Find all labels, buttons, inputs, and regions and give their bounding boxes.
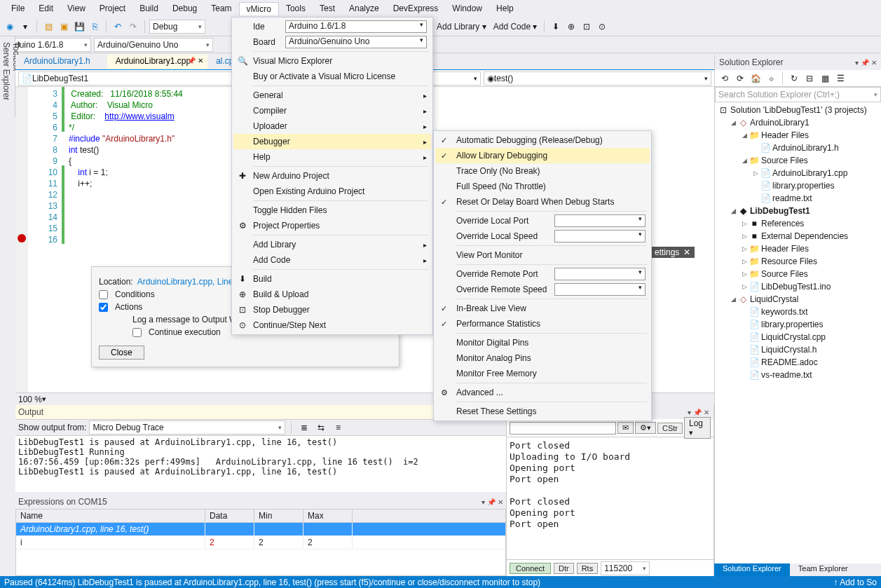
override-select[interactable] (554, 230, 646, 242)
menu-debug[interactable]: Debug (165, 2, 204, 15)
tree-row[interactable]: ▷📄LibDebugTest1.ino (715, 280, 881, 293)
wrap-icon[interactable]: ≡ (331, 421, 345, 435)
menu-team[interactable]: Team (204, 2, 238, 15)
tree-row[interactable]: 📄library.properties (715, 179, 881, 192)
status-add[interactable]: ↑ Add to So (834, 577, 877, 587)
cstr-button[interactable]: CStr (657, 423, 683, 434)
sol-sync-icon[interactable]: ⟐ (764, 71, 778, 86)
close-icon[interactable]: ✕ (683, 247, 690, 257)
save-icon[interactable]: 💾 (72, 20, 86, 34)
submenu-item[interactable]: View Port Monitor (435, 247, 650, 263)
tree-row[interactable]: 📄LiquidCrystal.h (715, 343, 881, 356)
doc-tab[interactable]: ArduinoLibrary1.cpp📌 ✕ (107, 55, 207, 69)
tree-row[interactable]: ▷📄ArduinoLibrary1.cpp (715, 167, 881, 179)
sol-tree[interactable]: ⊡Solution 'LibDebugTest1' (3 projects)◢◇… (715, 102, 881, 563)
saveall-icon[interactable]: ⎘ (88, 20, 102, 34)
menu-tools[interactable]: Tools (279, 2, 313, 15)
vmenu-item[interactable]: ⊕Build & Upload (233, 287, 431, 302)
tree-row[interactable]: ◢◆LibDebugTest1 (715, 205, 881, 217)
tree-row[interactable]: ▷■References (715, 217, 881, 230)
sol-search[interactable]: Search Solution Explorer (Ctrl+;) (715, 87, 881, 102)
submenu-item[interactable]: Reset These Settings (435, 404, 650, 419)
vmenu-item[interactable]: Debugger (233, 134, 431, 149)
submenu-item[interactable]: ✓Allow Library Debugging (435, 148, 650, 163)
baud-combo[interactable]: 115200 (601, 561, 650, 575)
tree-row[interactable]: ▷■External Dependencies (715, 230, 881, 242)
step-icon[interactable]: ⊙ (595, 20, 609, 34)
menu-devexpress[interactable]: DevExpress (386, 2, 446, 15)
tree-row[interactable]: ⊡Solution 'LibDebugTest1' (3 projects) (715, 104, 881, 116)
vmenu-item[interactable]: Help (233, 149, 431, 165)
submenu-item[interactable]: Monitor Digital Pins (435, 335, 650, 350)
submenu-item[interactable]: ⚙Advanced ... (435, 385, 650, 400)
menu-vmicro[interactable]: vMicro (239, 2, 279, 15)
goto-icon[interactable]: ⇆ (314, 421, 328, 435)
sol-back-icon[interactable]: ⟲ (718, 71, 732, 86)
vmicro-ide-select[interactable]: Arduino 1.6/1.8 (285, 20, 427, 33)
vmenu-item[interactable]: ⊡Stop Debugger (233, 302, 431, 317)
menu-help[interactable]: Help (489, 2, 521, 15)
tree-row[interactable]: 📄README.adoc (715, 356, 881, 369)
vmenu-item[interactable]: Open Existing Arduino Project (233, 184, 431, 199)
menu-window[interactable]: Window (445, 2, 489, 15)
tab-team-explorer[interactable]: Team Explorer (790, 563, 856, 576)
submenu-item[interactable]: Monitor Analog Pins (435, 350, 650, 366)
tree-row[interactable]: ◢◇LiquidCrystal (715, 293, 881, 306)
open-icon[interactable]: ▣ (57, 20, 71, 34)
output-text[interactable]: LibDebugTest1 is paused at ArduinoLibrar… (15, 436, 506, 492)
clear-icon[interactable]: ≣ (297, 421, 311, 435)
vmenu-item[interactable]: ⬇Build (233, 271, 431, 287)
tree-row[interactable]: ▷📁Source Files (715, 268, 881, 280)
menu-view[interactable]: View (60, 2, 93, 15)
back-icon[interactable]: ◉ (3, 20, 17, 34)
override-select[interactable] (554, 268, 646, 280)
vmenu-item[interactable]: Uploader (233, 118, 431, 134)
vmenu-item[interactable]: Compiler (233, 103, 431, 118)
tab-solution-explorer[interactable]: Solution Explorer (714, 563, 790, 576)
vmenu-item[interactable]: ⚙Project Properties (233, 218, 431, 233)
expr-grid[interactable]: NameDataMinMax ArduinoLibrary1.cpp, line… (15, 509, 506, 576)
submenu-item[interactable]: Monitor Free Memory (435, 366, 650, 381)
tree-row[interactable]: 📄LiquidCrystal.cpp (715, 331, 881, 343)
nav-member[interactable]: ◉ test() (484, 71, 711, 86)
send-icon[interactable]: ✉ (617, 422, 634, 434)
expr-controls[interactable]: ▾ 📌 ✕ (482, 498, 503, 506)
vmicro-board-select[interactable]: Arduino/Genuino Uno (285, 36, 427, 48)
log-button[interactable]: Log ▾ (684, 417, 711, 439)
serial-input[interactable] (510, 422, 616, 435)
config-combo[interactable]: Debug (149, 20, 205, 34)
tree-row[interactable]: 📄readme.txt (715, 192, 881, 205)
sol-showall-icon[interactable]: ▦ (818, 71, 832, 86)
sol-collapse-icon[interactable]: ⊟ (803, 71, 817, 86)
menu-analyze[interactable]: Analyze (342, 2, 386, 15)
stop-icon[interactable]: ⊡ (580, 20, 594, 34)
submenu-item[interactable]: ✓In-Break Live View (435, 301, 650, 316)
redo-icon[interactable]: ↷ (126, 20, 140, 34)
bp-loc-link[interactable]: ArduinoLibrary1.cpp, Line (137, 277, 233, 287)
submenu-item[interactable]: Full Speed (No Throttle) (435, 179, 650, 194)
addlib-button[interactable]: Add Library ▾ (434, 22, 489, 32)
continue-checkbox[interactable] (132, 328, 142, 337)
expr-row[interactable]: i222 (16, 536, 505, 549)
vmenu-item[interactable]: ✚New Arduino Project (233, 168, 431, 184)
vmenu-item[interactable]: 🔍Visual Micro Explorer (233, 53, 431, 69)
menu-file[interactable]: File (4, 2, 32, 15)
serial-controls[interactable]: ▾ 📌 ✕ (688, 409, 709, 416)
vmenu-item[interactable]: Toggle Hidden Files (233, 203, 431, 218)
menu-build[interactable]: Build (132, 2, 165, 15)
submenu-item[interactable]: ✓Automatic Debugging (Release/Debug) (435, 132, 650, 148)
dtr-button[interactable]: Dtr (554, 563, 574, 574)
vmenu-item[interactable]: General (233, 88, 431, 103)
tree-row[interactable]: 📄ArduinoLibrary1.h (715, 142, 881, 154)
tree-row[interactable]: 📄library.properties (715, 318, 881, 331)
upload-icon[interactable]: ⬇ (549, 20, 563, 34)
override-select[interactable] (554, 283, 646, 296)
show-output-combo[interactable]: Micro Debug Trace (89, 421, 285, 435)
close-button[interactable]: Close (99, 346, 144, 360)
serial-gear-icon[interactable]: ⚙▾ (635, 422, 656, 434)
menu-edit[interactable]: Edit (32, 2, 60, 15)
settings-chip[interactable]: ettings ✕ (650, 247, 695, 258)
sol-refresh-icon[interactable]: ↻ (787, 71, 801, 86)
board-combo[interactable]: Arduino/Genuino Uno (94, 38, 213, 52)
tree-row[interactable]: ▷📁Resource Files (715, 255, 881, 268)
